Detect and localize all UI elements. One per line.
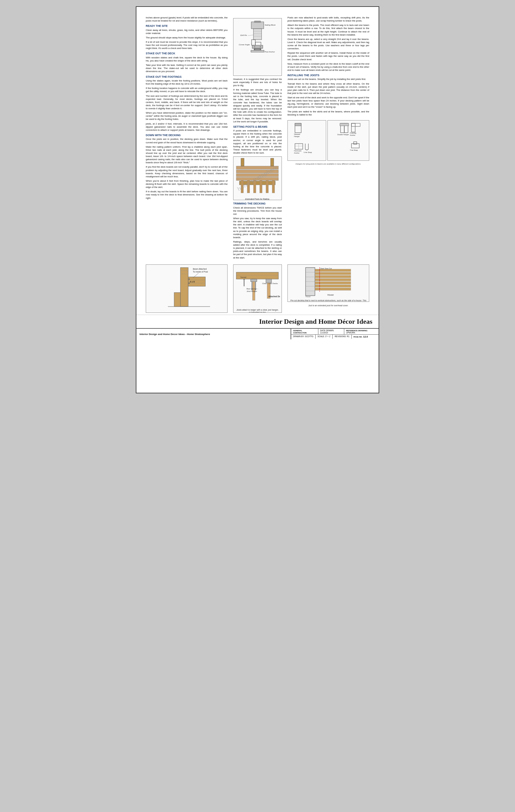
footer-drawn-by: DRAWN BY: SCOTTG <box>291 335 315 339</box>
svg-text:T-tie Strap: T-tie Strap <box>350 149 358 151</box>
svg-text:Attached Deck: Attached Deck <box>268 295 280 297</box>
footings-text-3: The size and number of footings are dete… <box>146 95 228 111</box>
setting-posts-header: SETTING POSTS & BEAMS <box>233 125 282 128</box>
hangers-section: Skewed Hanger Hurricane Anchor U-t <box>287 118 369 163</box>
right-text-1: Posts are now attached to post-seats wit… <box>287 16 369 23</box>
hangers-left: Skewed Hanger Hurricane Anchor U-t <box>287 118 326 163</box>
stakeout-text-2: Take your time with his task. Getting it… <box>146 64 228 73</box>
svg-rect-55 <box>354 142 357 144</box>
extended-posts-svg <box>235 157 280 197</box>
joists-text-2: Toenail them to the beams and where they… <box>287 82 369 95</box>
svg-rect-52 <box>340 123 349 126</box>
svg-rect-30 <box>253 180 256 193</box>
svg-rect-29 <box>247 180 250 193</box>
footer-page-no: PAGE NO. 12.0 <box>352 335 370 339</box>
joists-text-4: The joists are nailed to the skirts and … <box>287 110 369 116</box>
bottom-left-section: Beam Attached To Inside of Post 4 x 6 <box>146 263 231 315</box>
installing-joists-header: INSTALLING THE JOISTS <box>287 74 369 77</box>
mid-text-2: If the footings are circular, you can bu… <box>233 88 282 123</box>
svg-rect-23 <box>236 174 278 177</box>
svg-rect-39 <box>295 144 303 149</box>
saw-cut-diagram: Start Saw Cut House House Pre-cut deckin… <box>287 264 369 302</box>
trimming-text-2: When you saw, try to keep the saw away f… <box>233 217 282 239</box>
bottom-right-section: Start Saw Cut House House Pre-cut deckin… <box>284 263 369 315</box>
svg-rect-33 <box>272 180 275 193</box>
decking-text-3: If you find the deck boards are not exac… <box>146 166 228 178</box>
joist-hanger-diagram: Toenail Best Choice – Joist Hanger Cleat… <box>233 264 282 313</box>
content-area: Inches above ground (grade) level; if po… <box>137 7 378 315</box>
footer-scale: SCALE: 3' = 1' <box>315 335 333 339</box>
post-hardware-diagram: Nailing Block Drift Pin Corner Angle <box>233 18 282 76</box>
page-container: Inches above ground (grade) level; if po… <box>136 6 379 394</box>
joist-hanger-svg: Toenail Best Choice – Joist Hanger Cleat… <box>235 266 280 308</box>
footer-brand: Interior Design and Home Décor Ideas <box>137 315 378 328</box>
svg-rect-24 <box>236 177 278 180</box>
intro-text: Inches above ground (grade) level; if po… <box>146 16 228 23</box>
svg-rect-97 <box>315 288 351 290</box>
svg-point-68 <box>188 283 190 284</box>
svg-text:Post Anchor: Post Anchor <box>265 51 275 53</box>
hangers-right: Framing Anchor Double Hanger T-ti <box>327 118 369 163</box>
ready-text-3: If a lot of soil must be moved to provid… <box>146 40 228 50</box>
svg-rect-93 <box>315 276 351 278</box>
footer-bar: Interior Design and Home Decor Ideas - H… <box>137 328 378 339</box>
trimming-text-3: Railings, steps, and benches are usually… <box>233 240 282 259</box>
svg-rect-1 <box>254 21 261 23</box>
decking-text-1: Once the joists are in position, the dec… <box>146 138 228 144</box>
stakeout-footings-header: STAKE OUT THE FOOTINGS <box>146 75 228 79</box>
svg-rect-94 <box>315 279 351 281</box>
svg-rect-32 <box>266 180 268 193</box>
svg-text:Anchor: Anchor <box>350 134 356 136</box>
stakeout-header: STAKE OUT THE DECK <box>146 52 228 55</box>
footings-text-4: When you have determined position, stake… <box>146 112 228 121</box>
svg-point-20 <box>260 49 261 50</box>
svg-rect-91 <box>315 269 351 271</box>
svg-rect-22 <box>236 170 278 173</box>
svg-point-18 <box>260 47 261 48</box>
svg-text:House: House <box>327 294 334 296</box>
bottom-mid-section: Toenail Best Choice – Joist Hanger Cleat… <box>231 263 284 315</box>
svg-text:Anchor: Anchor <box>294 152 300 154</box>
svg-text:Skewed: Skewed <box>294 133 300 135</box>
svg-text:Cleat – Low Decks: Cleat – Low Decks <box>262 283 278 284</box>
footer-revisions: REVISIONS: R1 <box>333 335 352 339</box>
svg-rect-46 <box>352 123 360 126</box>
left-column: Inches above ground (grade) level; if po… <box>146 16 231 261</box>
footer-info-cells: GENERAL CONTRACTOR: DATE DRAWN: 11/19/15… <box>291 329 378 339</box>
decking-text-5: If in doubt, lay out the boards to fit t… <box>146 190 228 200</box>
svg-rect-3 <box>253 29 262 40</box>
footer-date-drawn: DATE DRAWN: 11/19/15 <box>319 329 344 335</box>
right-text-3: Once the beams are up, select a very str… <box>287 38 369 51</box>
ready-text-1: Clean away all trees, shrubs, grass, big… <box>146 29 228 35</box>
svg-text:House: House <box>306 296 310 297</box>
down-with-decking-header: DOWN WITH THE DECKING <box>146 134 228 137</box>
svg-text:Beam Attached: Beam Attached <box>193 268 207 270</box>
svg-rect-35 <box>295 123 301 126</box>
svg-point-67 <box>188 279 190 280</box>
hangers-caption: Hangers for tying joists to beams are av… <box>287 163 369 165</box>
svg-rect-27 <box>239 181 275 185</box>
middle-column: Nailing Block Drift Pin Corner Angle <box>231 16 284 261</box>
trimming-header: TRIMMING THE DECKING <box>233 202 282 205</box>
svg-point-17 <box>254 47 255 48</box>
svg-rect-95 <box>315 282 351 284</box>
svg-point-19 <box>254 49 255 50</box>
setting-posts-text-1: If posts are embedded in concrete footin… <box>233 129 282 154</box>
footer-general-contractor: GENERAL CONTRACTOR: <box>291 329 319 335</box>
svg-text:Hanger: Hanger <box>294 136 300 137</box>
brand-title: Interior Design and Home Décor Ideas <box>137 318 372 326</box>
svg-rect-25 <box>241 158 244 166</box>
hangers-right-svg: Framing Anchor Double Hanger T-ti <box>334 122 362 159</box>
svg-rect-0 <box>251 22 264 29</box>
hangers-left-diagram: Skewed Hanger Hurricane Anchor U-t <box>287 120 326 161</box>
post-hardware-svg: Nailing Block Drift Pin Corner Angle <box>237 20 278 72</box>
svg-rect-31 <box>260 180 262 193</box>
just-to-extended-caption: Just to an extended post for overhead co… <box>287 304 369 308</box>
decking-text-4: When you're about 6 feet from finishing,… <box>146 179 228 189</box>
footer-reference: REFERENCE DRAWING: UPWORK <box>344 329 378 335</box>
ready-text-2: The ground should slope away from the ho… <box>146 36 228 39</box>
beam-post-diagram: Beam Attached To Inside of Post 4 x 6 <box>146 264 228 313</box>
svg-rect-45 <box>352 123 355 132</box>
svg-text:Framing: Framing <box>350 132 356 134</box>
svg-text:Drift Pin: Drift Pin <box>240 34 247 36</box>
